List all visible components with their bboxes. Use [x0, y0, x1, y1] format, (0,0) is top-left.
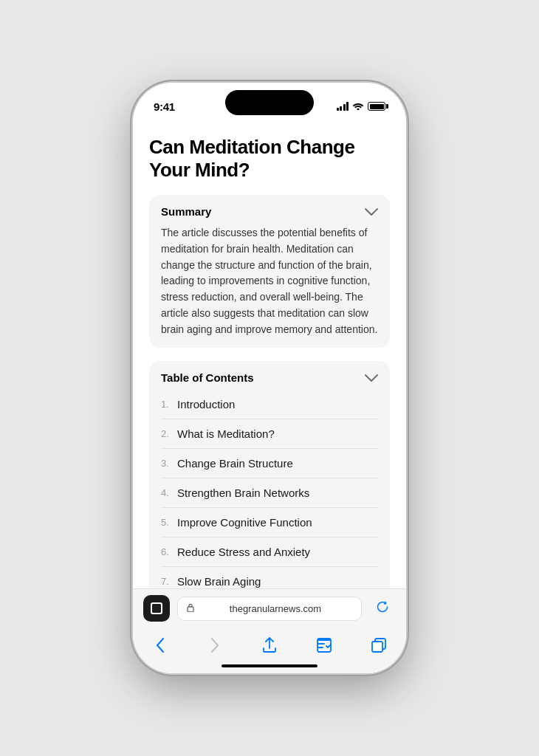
article-scroll[interactable]: Can Meditation Change Your Mind? Summary…	[133, 121, 406, 588]
share-button[interactable]	[252, 632, 287, 659]
toc-item-label: Slow Brain Aging	[177, 575, 261, 588]
url-bar[interactable]: thegranularnews.com	[177, 597, 362, 621]
toc-item[interactable]: 2. What is Meditation?	[161, 419, 378, 449]
tab-count-button[interactable]	[143, 595, 170, 622]
toc-item[interactable]: 1. Introduction	[161, 390, 378, 419]
summary-title: Summary	[161, 205, 211, 218]
toc-item[interactable]: 7. Slow Brain Aging	[161, 567, 378, 588]
phone-frame: 9:41 Can Meditation Change Your Mind?	[133, 83, 406, 673]
toc-card: Table of Contents 1. Introduction 2. Wha…	[149, 361, 390, 588]
refresh-icon	[376, 600, 389, 617]
home-indicator	[133, 660, 406, 673]
svg-rect-0	[188, 607, 193, 612]
toc-item-number: 1.	[161, 399, 177, 410]
summary-text: The article discusses the potential bene…	[161, 225, 378, 337]
toc-item-number: 4.	[161, 487, 177, 498]
lock-icon	[187, 603, 194, 614]
status-icons	[337, 101, 386, 112]
signal-icon	[337, 102, 349, 111]
content-area: Can Meditation Change Your Mind? Summary…	[133, 121, 406, 673]
summary-header[interactable]: Summary	[161, 205, 378, 218]
toc-item-label: Strengthen Brain Networks	[177, 487, 309, 499]
toc-header[interactable]: Table of Contents	[161, 371, 378, 384]
url-text: thegranularnews.com	[199, 603, 352, 614]
toc-item-label: Introduction	[177, 398, 235, 410]
toc-item-number: 7.	[161, 576, 177, 587]
toc-item-number: 6.	[161, 546, 177, 557]
summary-card: Summary The article discusses the potent…	[149, 195, 390, 348]
toc-item-number: 5.	[161, 517, 177, 528]
home-bar	[222, 664, 317, 667]
toc-item-number: 2.	[161, 428, 177, 439]
toc-item-label: What is Meditation?	[177, 427, 275, 440]
summary-chevron-icon[interactable]	[365, 206, 378, 218]
status-time: 9:41	[154, 100, 175, 113]
svg-rect-3	[372, 642, 382, 652]
toc-chevron-icon[interactable]	[365, 372, 378, 384]
bookmarks-button[interactable]	[306, 632, 342, 659]
toc-item[interactable]: 6. Reduce Stress and Anxiety	[161, 537, 378, 567]
wifi-icon	[352, 101, 364, 112]
tab-count-icon	[151, 602, 162, 614]
toc-item-label: Reduce Stress and Anxiety	[177, 546, 310, 558]
toc-title: Table of Contents	[161, 371, 254, 384]
toc-item-number: 3.	[161, 458, 177, 469]
toc-item[interactable]: 4. Strengthen Brain Networks	[161, 478, 378, 508]
bottom-nav	[133, 628, 406, 660]
refresh-button[interactable]	[369, 595, 396, 622]
toc-item-label: Improve Cognitive Function	[177, 516, 312, 529]
article-title: Can Meditation Change Your Mind?	[149, 136, 390, 182]
battery-icon	[368, 102, 385, 111]
browser-bar: thegranularnews.com	[133, 588, 406, 628]
toc-item[interactable]: 5. Improve Cognitive Function	[161, 508, 378, 537]
toc-list: 1. Introduction 2. What is Meditation? 3…	[161, 390, 378, 588]
back-button[interactable]	[143, 632, 178, 659]
tabs-button[interactable]	[361, 632, 396, 659]
dynamic-island	[225, 90, 314, 115]
status-bar: 9:41	[133, 83, 406, 121]
forward-button[interactable]	[197, 632, 233, 659]
toc-item[interactable]: 3. Change Brain Structure	[161, 449, 378, 478]
toc-item-label: Change Brain Structure	[177, 457, 293, 470]
